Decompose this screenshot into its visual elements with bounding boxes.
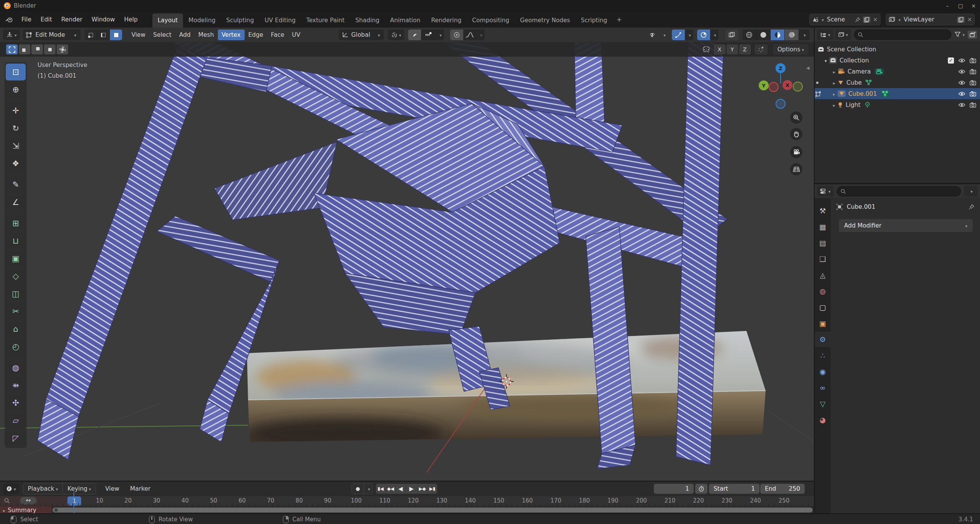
properties-tab-object-data[interactable]: ▽ <box>815 396 831 411</box>
viewlayer-selector[interactable]: ViewLayer × <box>886 14 975 25</box>
xray-toggle[interactable] <box>725 29 738 40</box>
mirror-axis-button[interactable]: Z <box>739 44 751 54</box>
mesh-data-icon[interactable] <box>881 90 889 97</box>
eye-icon[interactable] <box>958 69 965 74</box>
tool-rotate[interactable]: ↻ <box>6 120 26 137</box>
menu[interactable]: Render <box>57 14 87 25</box>
workspace-tab[interactable]: Shading <box>350 13 385 28</box>
play-button[interactable]: ▶ <box>406 484 418 494</box>
tool-cursor[interactable]: ⊕ <box>6 81 26 98</box>
scene-name[interactable]: Scene <box>827 16 845 23</box>
collection-checkbox[interactable]: ✓ <box>948 57 954 64</box>
outliner-row-cube001[interactable]: Cube.001 <box>815 88 980 99</box>
display-mode-button[interactable] <box>835 29 851 40</box>
tool-select-box[interactable]: ⊡ <box>6 64 26 80</box>
row-label[interactable]: Cube.001 <box>848 90 877 97</box>
tool-spin[interactable]: ◴ <box>6 338 26 355</box>
transform-orientation-dropdown[interactable]: Global <box>339 29 384 40</box>
viewport-menu[interactable]: Edge <box>245 29 267 40</box>
properties-options-button[interactable] <box>964 186 978 196</box>
snap-toggle[interactable] <box>408 29 421 40</box>
minimize-button[interactable]: – <box>941 0 954 11</box>
eye-icon[interactable] <box>958 92 965 96</box>
workspace-tab[interactable]: Animation <box>385 13 426 28</box>
pin-icon[interactable] <box>969 204 975 210</box>
prev-keyframe-button[interactable]: ◆◀ <box>386 484 396 494</box>
start-frame-field[interactable]: Start1 <box>709 484 760 494</box>
menu[interactable]: Help <box>119 14 142 25</box>
row-label[interactable]: Camera <box>848 68 871 75</box>
menu[interactable]: File <box>17 14 36 25</box>
record-button[interactable]: ● <box>352 484 364 494</box>
properties-tab-physics[interactable]: ◉ <box>815 364 831 379</box>
viewlayer-name[interactable]: ViewLayer <box>903 16 934 23</box>
add-workspace-button[interactable]: + <box>612 16 626 23</box>
properties-tab-object[interactable]: ▣ <box>815 316 831 331</box>
shading-dropdown[interactable] <box>799 29 809 40</box>
expand-arrow-icon[interactable] <box>825 57 827 64</box>
row-label[interactable]: Scene Collection <box>827 46 876 53</box>
eye-icon[interactable] <box>958 58 965 63</box>
timeline-ruler[interactable]: ↔ 10203040506070809010011012013014015016… <box>0 496 814 506</box>
row-label[interactable]: Light <box>846 102 861 108</box>
playhead-line[interactable] <box>74 491 74 514</box>
camera-view-button[interactable] <box>790 146 802 158</box>
tool-inset-faces[interactable]: ▣ <box>6 250 26 267</box>
end-frame-field[interactable]: End250 <box>760 484 805 494</box>
play-reverse-button[interactable]: ◀ <box>396 484 406 494</box>
tool-poly-build[interactable]: ⌂ <box>6 321 26 337</box>
snap-settings[interactable] <box>421 29 436 40</box>
timeline-zoom-icon[interactable] <box>4 498 10 504</box>
remove-viewlayer-button[interactable]: × <box>967 16 972 23</box>
tool-shrink-fatten[interactable]: ✣ <box>6 395 26 411</box>
tool-smooth[interactable]: ◍ <box>6 359 26 376</box>
timeline-editor-button[interactable] <box>3 483 19 494</box>
properties-tab-scene[interactable]: ◬ <box>815 267 831 283</box>
tool-extrude-region[interactable]: ⊔ <box>6 233 26 249</box>
render-camera-icon[interactable] <box>970 80 976 85</box>
menu[interactable]: Edit <box>36 14 57 25</box>
add-modifier-dropdown[interactable]: Add Modifier <box>838 219 973 233</box>
row-label[interactable]: Cube <box>846 79 862 86</box>
tool-rip-region[interactable]: ◸ <box>6 430 26 447</box>
viewport-menu[interactable]: Vertex <box>218 29 245 40</box>
tool-measure[interactable]: ∠ <box>6 194 26 211</box>
outliner-row-camera[interactable]: Camera <box>815 66 980 77</box>
viewport-3d[interactable]: Edit Mode ViewSelectAddMeshVertexEdgeFac… <box>0 28 815 481</box>
pin-icon[interactable] <box>855 17 861 23</box>
gizmo-dropdown[interactable] <box>685 29 693 40</box>
select-intersect-button[interactable] <box>57 44 68 54</box>
workspace-tab[interactable]: Geometry Nodes <box>514 13 575 28</box>
mirror-axis-button[interactable]: Y <box>727 44 738 54</box>
axis-x-ball[interactable]: X <box>782 80 792 90</box>
workspace-tab[interactable]: Compositing <box>467 13 514 28</box>
tool-shear[interactable]: ▱ <box>6 412 26 429</box>
select-subtract-button[interactable] <box>31 44 43 54</box>
properties-tab-tool[interactable]: ⚒ <box>815 203 831 218</box>
tool-move[interactable]: ✛ <box>6 102 26 119</box>
blender-menu-icon[interactable] <box>5 17 13 22</box>
tool-loop-cut[interactable]: ◫ <box>6 285 26 302</box>
next-keyframe-button[interactable]: ▶◆ <box>418 484 428 494</box>
timeline-view-menu[interactable]: View <box>101 483 123 494</box>
axis-y-neg-ball[interactable] <box>793 82 803 92</box>
sidebar-collapse-arrow[interactable] <box>806 64 809 71</box>
show-gizmo-toggle[interactable] <box>672 29 685 40</box>
eye-icon[interactable] <box>958 80 965 85</box>
record-dropdown[interactable] <box>364 484 372 494</box>
tool-bevel[interactable]: ◇ <box>6 268 26 285</box>
properties-tab-render[interactable]: ▦ <box>815 219 831 234</box>
render-camera-icon[interactable] <box>970 91 976 97</box>
jump-to-end-button[interactable]: ▶▮ <box>428 484 437 494</box>
wireframe-shading-button[interactable] <box>742 29 756 40</box>
properties-tab-modifiers[interactable]: ⚙ <box>815 332 831 347</box>
use-preview-range-button[interactable] <box>695 484 707 494</box>
current-frame-field[interactable]: 1 <box>654 484 694 494</box>
camera-data-icon[interactable] <box>875 68 884 75</box>
rendered-shading-button[interactable] <box>785 29 799 40</box>
mesh-data-icon[interactable] <box>866 80 872 85</box>
row-label[interactable]: Collection <box>840 57 869 64</box>
outliner-row-light[interactable]: Light <box>815 99 980 110</box>
render-camera-icon[interactable] <box>970 102 976 108</box>
render-camera-icon[interactable] <box>970 69 976 74</box>
